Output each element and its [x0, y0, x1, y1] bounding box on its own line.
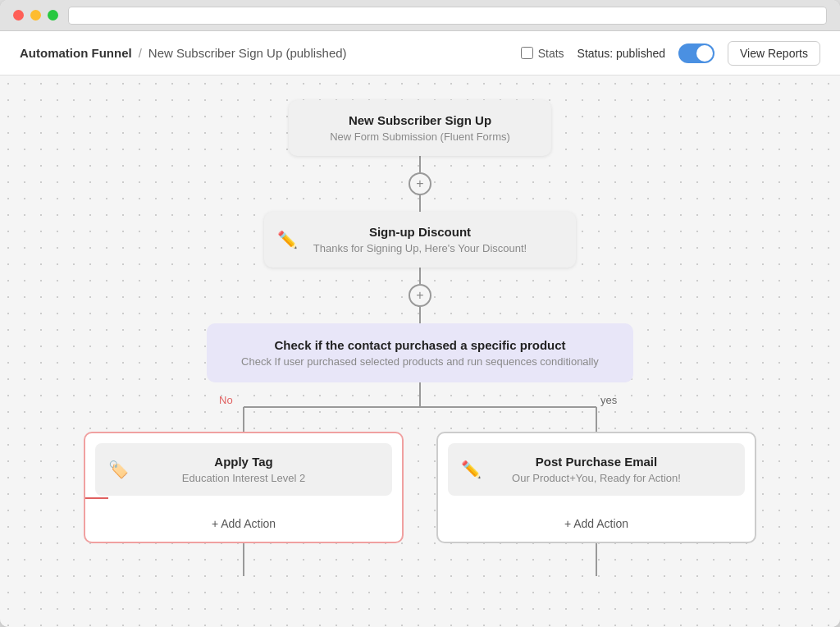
left-action-card[interactable]: 🏷️ Apply Tag Education Interest Level 2: [95, 443, 392, 496]
plus-icon-1: +: [416, 176, 423, 191]
add-node-button-2[interactable]: +: [409, 284, 431, 307]
toolbar-right: Stats Status: published View Reports: [521, 41, 820, 66]
minimize-button[interactable]: [30, 10, 41, 21]
right-branch: ✏️ Post Purchase Email Our Product+You, …: [436, 432, 756, 543]
right-action-subtitle: Our Product+You, Ready for Action!: [512, 472, 681, 484]
right-action-card[interactable]: ✏️ Post Purchase Email Our Product+You, …: [448, 443, 745, 496]
close-button[interactable]: [13, 10, 24, 21]
email-subtitle: Thanks for Signing Up, Here's Your Disco…: [284, 242, 556, 254]
stats-checkbox[interactable]: [521, 47, 533, 59]
breadcrumb: Automation Funnel / New Subscriber Sign …: [20, 46, 521, 60]
left-action-box: 🏷️ Apply Tag Education Interest Level 2 …: [84, 432, 404, 543]
branch-lines-svg: No yes: [84, 382, 756, 432]
trigger-subtitle: New Form Submission (Fluent Forms): [308, 130, 532, 143]
stats-checkbox-container: Stats: [521, 47, 564, 60]
left-action-subtitle: Education Interest Level 2: [182, 472, 305, 484]
status-label: Status: published: [578, 47, 665, 60]
app-window: Automation Funnel / New Subscriber Sign …: [0, 0, 840, 627]
trigger-title: New Subscriber Sign Up: [308, 113, 532, 127]
add-node-button-1[interactable]: +: [409, 172, 431, 195]
toolbar: Automation Funnel / New Subscriber Sign …: [0, 31, 840, 76]
title-bar: [0, 0, 840, 31]
right-action-title: Post Purchase Email: [512, 455, 681, 469]
breadcrumb-sub: New Subscriber Sign Up (published): [148, 46, 347, 60]
trigger-node[interactable]: New Subscriber Sign Up New Form Submissi…: [289, 100, 551, 156]
edit-icon: ✏️: [277, 230, 298, 249]
right-bottom-line: [596, 543, 597, 576]
maximize-button[interactable]: [48, 10, 58, 21]
canvas: New Subscriber Sign Up New Form Submissi…: [0, 76, 840, 627]
left-branch: 🏷️ Apply Tag Education Interest Level 2 …: [84, 432, 404, 543]
condition-title: Check if the contact purchased a specifi…: [226, 338, 614, 352]
left-bottom-line: [243, 543, 244, 576]
left-action-title: Apply Tag: [182, 455, 305, 469]
condition-subtitle: Check If user purchased selected product…: [226, 355, 614, 368]
breadcrumb-separator: /: [139, 46, 142, 60]
status-toggle[interactable]: [678, 43, 714, 63]
traffic-lights: [13, 10, 58, 21]
left-add-action-button[interactable]: + Add Action: [85, 506, 402, 542]
edit-icon-right: ✏️: [461, 460, 482, 479]
svg-text:yes: yes: [600, 394, 618, 406]
flow-area: New Subscriber Sign Up New Form Submissi…: [16, 100, 824, 576]
stats-label: Stats: [538, 47, 564, 60]
email-title: Sign-up Discount: [284, 225, 556, 239]
svg-text:No: No: [219, 394, 233, 406]
view-reports-button[interactable]: View Reports: [728, 41, 820, 66]
bottom-lines: [84, 543, 756, 576]
branch-area: No yes 🏷️: [84, 382, 756, 576]
right-action-box: ✏️ Post Purchase Email Our Product+You, …: [436, 432, 756, 543]
tag-icon-left: 🏷️: [108, 460, 129, 479]
connector-1: +: [409, 156, 431, 212]
connector-2: +: [409, 268, 431, 323]
condition-node[interactable]: Check if the contact purchased a specifi…: [207, 323, 633, 382]
branch-columns: 🏷️ Apply Tag Education Interest Level 2 …: [84, 432, 756, 543]
plus-icon-2: +: [416, 288, 423, 303]
right-add-action-button[interactable]: + Add Action: [438, 506, 755, 542]
url-bar[interactable]: [68, 7, 827, 25]
breadcrumb-main[interactable]: Automation Funnel: [20, 46, 132, 60]
email-node[interactable]: ✏️ Sign-up Discount Thanks for Signing U…: [264, 212, 576, 268]
